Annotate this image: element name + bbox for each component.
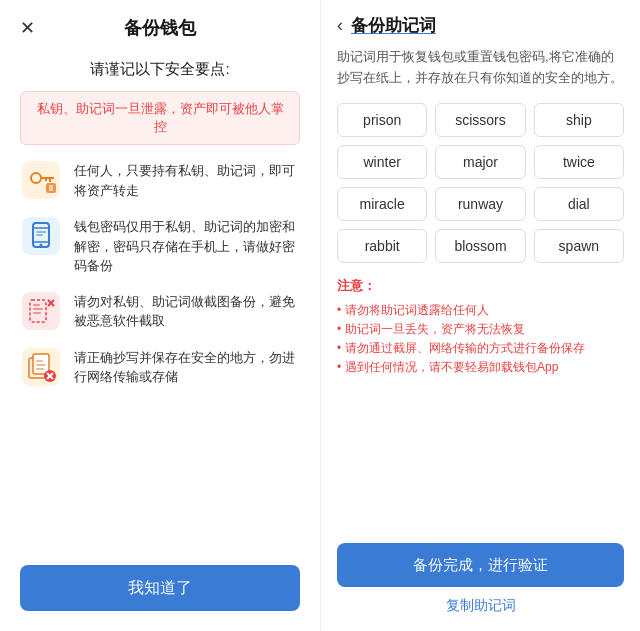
notes-item: 请勿将助记词透露给任何人 xyxy=(337,301,624,320)
safety-item-text-key: 任何人，只要持有私钥、助记词，即可将资产转走 xyxy=(74,159,300,200)
copy-mnemonic-button[interactable]: 复制助记词 xyxy=(337,597,624,615)
notes-section: 注意： 请勿将助记词透露给任何人助记词一旦丢失，资产将无法恢复请勿通过截屏、网络… xyxy=(337,277,624,378)
phone-icon xyxy=(20,215,62,257)
safety-item-phone: 钱包密码仅用于私钥、助记词的加密和解密，密码只存储在手机上，请做好密码备份 xyxy=(20,215,300,276)
mnemonic-word: blossom xyxy=(435,229,525,263)
right-bottom: 备份完成，进行验证 复制助记词 xyxy=(337,543,624,615)
notes-title: 注意： xyxy=(337,277,624,295)
svg-point-13 xyxy=(40,244,43,247)
svg-rect-26 xyxy=(36,360,43,362)
mnemonic-word: prison xyxy=(337,103,427,137)
warning-banner: 私钥、助记词一旦泄露，资产即可被他人掌控 xyxy=(20,91,300,145)
right-panel: ‹ 备份助记词 助记词用于恢复钱包或重置钱包密码,将它准确的抄写在纸上，并存放在… xyxy=(320,0,640,631)
left-panel: ✕ 备份钱包 请谨记以下安全要点: 私钥、助记词一旦泄露，资产即可被他人掌控 xyxy=(0,0,320,631)
mnemonic-word: runway xyxy=(435,187,525,221)
mnemonic-word: miracle xyxy=(337,187,427,221)
notes-item: 遇到任何情况，请不要轻易卸载钱包App xyxy=(337,358,624,377)
backup-complete-button[interactable]: 备份完成，进行验证 xyxy=(337,543,624,587)
svg-rect-16 xyxy=(22,292,60,330)
mnemonic-word: rabbit xyxy=(337,229,427,263)
notes-item: 请勿通过截屏、网络传输的方式进行备份保存 xyxy=(337,339,624,358)
safety-title: 请谨记以下安全要点: xyxy=(20,60,300,79)
svg-rect-15 xyxy=(36,234,43,236)
left-panel-title: 备份钱包 xyxy=(124,16,196,40)
svg-rect-28 xyxy=(36,368,44,370)
svg-rect-14 xyxy=(36,231,46,233)
svg-rect-22 xyxy=(33,312,41,314)
safety-items: 任何人，只要持有私钥、助记词，即可将资产转走 钱包密码仅用于私钥、助记词的加密和… xyxy=(20,159,300,555)
safety-item-text-screenshot: 请勿对私钥、助记词做截图备份，避免被恶意软件截取 xyxy=(74,290,300,331)
mnemonic-word: dial xyxy=(534,187,624,221)
safety-item-text-save: 请正确抄写并保存在安全的地方，勿进行网络传输或存储 xyxy=(74,346,300,387)
back-icon[interactable]: ‹ xyxy=(337,15,343,36)
mnemonic-word: ship xyxy=(534,103,624,137)
svg-rect-21 xyxy=(33,308,43,310)
mnemonic-word: major xyxy=(435,145,525,179)
right-panel-title: 备份助记词 xyxy=(351,14,436,37)
key-icon xyxy=(20,159,62,201)
safety-item-key: 任何人，只要持有私钥、助记词，即可将资产转走 xyxy=(20,159,300,201)
notes-item: 助记词一旦丢失，资产将无法恢复 xyxy=(337,320,624,339)
safety-item-save: 请正确抄写并保存在安全的地方，勿进行网络传输或存储 xyxy=(20,346,300,388)
mnemonic-word: winter xyxy=(337,145,427,179)
save-icon xyxy=(20,346,62,388)
close-icon[interactable]: ✕ xyxy=(20,17,35,39)
mnemonic-description: 助记词用于恢复钱包或重置钱包密码,将它准确的抄写在纸上，并存放在只有你知道的安全… xyxy=(337,47,624,89)
mnemonic-word: scissors xyxy=(435,103,525,137)
svg-rect-20 xyxy=(33,304,40,306)
left-bottom: 我知道了 xyxy=(20,555,300,611)
mnemonic-word: twice xyxy=(534,145,624,179)
svg-rect-27 xyxy=(36,364,46,366)
mnemonic-word: spawn xyxy=(534,229,624,263)
left-header: ✕ 备份钱包 xyxy=(20,0,300,52)
mnemonic-grid: prisonscissorsshipwintermajortwicemiracl… xyxy=(337,103,624,263)
safety-item-text-phone: 钱包密码仅用于私钥、助记词的加密和解密，密码只存储在手机上，请做好密码备份 xyxy=(74,215,300,276)
safety-item-screenshot: 请勿对私钥、助记词做截图备份，避免被恶意软件截取 xyxy=(20,290,300,332)
screenshot-icon xyxy=(20,290,62,332)
confirm-button[interactable]: 我知道了 xyxy=(20,565,300,611)
right-header: ‹ 备份助记词 xyxy=(337,0,624,47)
